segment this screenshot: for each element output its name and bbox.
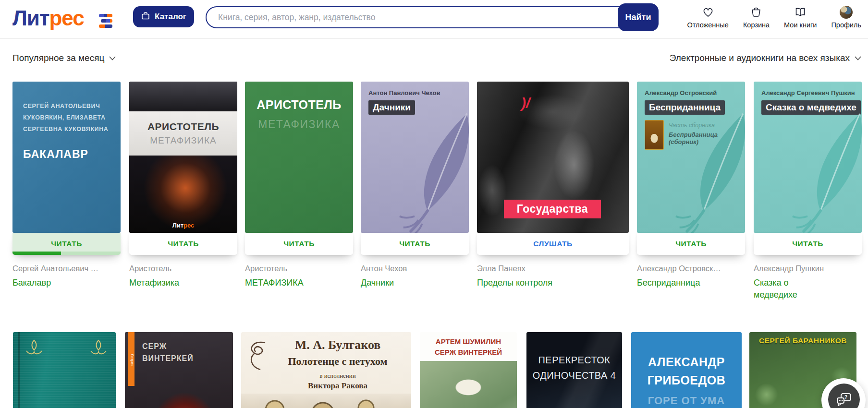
profile-avatar [840,6,853,19]
open-book-icon [794,5,807,19]
book-title-link[interactable]: Бакалавр [12,277,121,289]
nav-label-favorites: Отложенные [687,21,728,29]
catalog-box-icon [141,11,150,23]
book-author-link[interactable]: Аристотель [129,264,237,273]
read-button[interactable]: ЧИТАТЬ [637,233,745,255]
chevron-down-icon [109,56,116,60]
gold-ornament-icon [88,338,109,357]
book-card[interactable]: АЛЕКСАНДР ГРИБОЕДОВ ГОРЕ ОТ УМА [631,332,742,408]
cover-performer: Виктора Ракова [269,381,406,391]
format-language-label: Электронные и аудиокниги на всех языках [670,49,850,67]
book-cover[interactable]: АРИСТОТЕЛЬ МЕТАФИЗИКА Литрес [129,82,237,233]
cover-title-band: АРИСТОТЕЛЬ МЕТАФИЗИКА [129,111,237,156]
feather-icon [383,110,469,233]
audiobook-card[interactable]: М. А. Булгаков Полотенце с петухом в исп… [241,332,411,408]
book-card[interactable]: ПЕРЕКРЕСТОК ОДИНОЧЕСТВА 4 [526,332,622,408]
book-cover: ПЕРЕКРЕСТОК ОДИНОЧЕСТВА 4 [526,332,622,408]
read-button[interactable]: ЧИТАТЬ [129,233,237,255]
publisher-mark: )/ [521,95,530,111]
cover-performed-by: в исполнении [269,372,406,380]
chat-bubbles-icon: ? [836,392,852,407]
book-author-link[interactable]: Александр Островск… [637,264,745,273]
header: Литрес Каталог Найти [0,0,868,39]
nav-item-profile[interactable]: Профиль [831,5,861,29]
book-cover: АРТЕМ ШУМИЛИН СЕРЖ ВИНТЕРКЕЙ [420,332,517,408]
book-card: СЕРГЕЙ АНАТОЛЬЕВИЧ КУКОВЯКИН, ЕЛИЗАВЕТА … [12,82,121,289]
read-button[interactable]: ЧИТАТЬ [12,233,121,255]
book-title-link[interactable]: Метафизика [129,277,237,289]
header-nav: Отложенные Корзина Мои к [687,5,861,29]
cover-title: БАКАЛАВР [23,148,88,161]
basket-icon [750,5,762,19]
cover-title: Полотенце с петухом [269,355,406,368]
cover-author: М. А. Булгаков [269,338,406,352]
nav-label-profile: Профиль [831,21,861,29]
book-author-link[interactable]: Антон Чехов [361,264,469,273]
chat-question-mark: ? [844,395,847,400]
gold-ornament-icon [24,338,45,357]
search-submit-button[interactable]: Найти [618,3,659,31]
nav-item-my-books[interactable]: Мои книги [784,5,817,29]
book-title-link[interactable]: Пределы контроля [477,277,629,289]
book-cover[interactable]: Александр Островский Бесприданница Часть… [637,82,745,233]
book-cover: АЛЕКСАНДР ГРИБОЕДОВ ГОРЕ ОТ УМА [631,332,742,408]
book-author-link[interactable]: Элла Панеях [477,264,629,273]
sort-dropdown[interactable]: Популярное за месяц [12,49,116,67]
read-button[interactable]: ЧИТАТЬ [361,233,469,255]
cover-author: СЕРЖ ВИНТЕРКЕЙ [142,341,194,365]
feather-icon [776,110,862,233]
book-author-link[interactable]: Сергей Анатольевич … [12,264,121,273]
book-cover[interactable]: Антон Павлович Чехов Дачники [361,82,469,233]
nav-item-cart[interactable]: Корзина [743,5,770,29]
heart-icon [702,5,714,19]
nav-item-favorites[interactable]: Отложенные [687,5,728,29]
cover-authors: АРТЕМ ШУМИЛИН СЕРЖ ВИНТЕРКЕЙ [420,332,517,361]
book-card: Александр Островский Бесприданница Часть… [637,82,745,289]
book-cover: М. А. Булгаков Полотенце с петухом в исп… [241,332,411,408]
catalog-button[interactable]: Каталог [133,6,194,27]
cover-banner: Государства [504,200,601,218]
cover-painting [420,361,517,408]
book-cover[interactable]: СЕРГЕЙ АНАТОЛЬЕВИЧ КУКОВЯКИН, ЕЛИЗАВЕТА … [12,82,121,233]
book-title-link[interactable]: Дачники [361,277,469,289]
listen-button[interactable]: СЛУШАТЬ [477,233,629,255]
reading-progress-fill [12,252,61,255]
book-card[interactable]: АРТЕМ ШУМИЛИН СЕРЖ ВИНТЕРКЕЙ [420,332,517,408]
book-cover [13,332,116,408]
book-card[interactable]: Литрес СЕРЖ ВИНТЕРКЕЙ [125,332,233,408]
book-cover[interactable]: Александр Сергеевич Пушкин Сказка о медв… [754,82,862,233]
search-bar: Найти [206,6,658,28]
cover-clocks-art [241,394,411,408]
book-title-link[interactable]: Бесприданница [637,277,745,289]
format-language-dropdown[interactable]: Электронные и аудиокниги на всех языках [670,49,861,67]
cover-author: Антон Павлович Чехов [368,89,440,96]
book-cover[interactable]: АРИСТОТЕЛЬ МЕТАФИЗИКА [245,82,353,233]
book-card: Антон Павлович Чехов Дачники ЧИТАТЬ Анто… [361,82,469,289]
book-card[interactable] [13,332,116,408]
cover-author: СЕРГЕЙ БАРАННИКОВ [749,336,856,345]
litres-logo[interactable]: Литрес [12,6,84,30]
flourish-icon [246,339,271,374]
reading-progress-bar [12,252,121,255]
cover-author: Александр Островский [645,89,717,96]
cover-title: ГОРЕ ОТ УМА [631,395,742,407]
audiobook-card: )/ Государства СЛУШАТЬ Элла Панеях Преде… [477,82,629,289]
cover-author: Александр Сергеевич Пушкин [761,89,855,96]
book-cover[interactable]: )/ Государства [477,82,629,233]
cover-author: АЛЕКСАНДР ГРИБОЕДОВ [631,353,742,389]
search-input[interactable] [206,6,658,28]
sort-dropdown-label: Популярное за месяц [12,49,104,67]
book-title-link[interactable]: МЕТАФИЗИКА [245,277,353,289]
read-button[interactable]: ЧИТАТЬ [245,233,353,255]
litres-spine-label: Литрес [128,332,134,386]
feather-icon [660,110,745,233]
read-button[interactable]: ЧИТАТЬ [754,233,862,255]
chevron-down-icon [855,56,861,60]
cover-title: ПЕРЕКРЕСТОК ОДИНОЧЕСТВА 4 [529,352,620,383]
book-card: АРИСТОТЕЛЬ МЕТАФИЗИКА ЧИТАТЬ Аристотель … [245,82,353,289]
book-title-link[interactable]: Сказка о медведихе [754,277,816,301]
book-author-link[interactable]: Александр Пушкин [754,264,862,273]
litres-homepage: Литрес Каталог Найти [0,0,868,408]
catalog-button-label: Каталог [155,12,186,22]
book-author-link[interactable]: Аристотель [245,264,353,273]
